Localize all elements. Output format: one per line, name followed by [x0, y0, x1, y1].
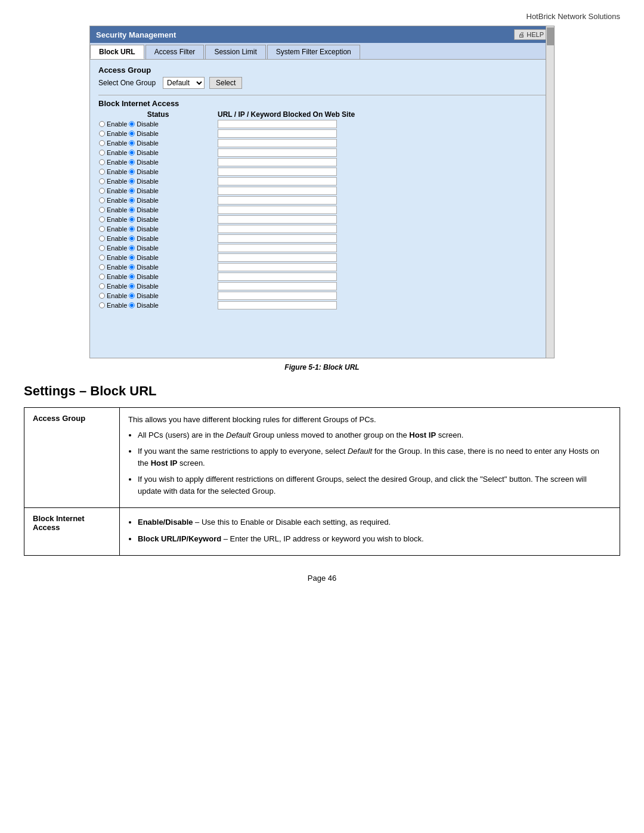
enable-label-18: Enable — [107, 283, 127, 290]
disable-radio-7[interactable] — [129, 178, 135, 184]
disable-radio-3[interactable] — [129, 140, 135, 146]
help-button[interactable]: 🖨 HELP — [514, 29, 548, 40]
enable-label-6: Enable — [107, 168, 127, 175]
select-button[interactable]: Select — [209, 77, 242, 89]
radio-group-4: Enable Disable — [98, 149, 218, 156]
disable-radio-19[interactable] — [129, 293, 135, 299]
disable-label-9: Disable — [137, 197, 159, 204]
enable-radio-10[interactable] — [99, 207, 105, 213]
enable-radio-17[interactable] — [99, 274, 105, 280]
disable-radio-20[interactable] — [129, 302, 135, 308]
url-input-10[interactable] — [218, 206, 337, 214]
enable-radio-15[interactable] — [99, 255, 105, 261]
url-input-6[interactable] — [218, 168, 337, 176]
panel-header: Security Management 🖨 HELP — [90, 26, 554, 43]
url-input-18[interactable] — [218, 282, 337, 290]
radio-group-13: Enable Disable — [98, 235, 218, 242]
radio-group-6: Enable Disable — [98, 168, 218, 175]
enable-radio-9[interactable] — [99, 197, 105, 203]
url-input-20[interactable] — [218, 301, 337, 309]
enable-radio-11[interactable] — [99, 216, 105, 222]
disable-label-19: Disable — [137, 292, 159, 299]
url-input-4[interactable] — [218, 148, 337, 157]
disable-label-20: Disable — [137, 302, 159, 309]
panel-title: Security Management — [96, 30, 176, 39]
url-input-8[interactable] — [218, 187, 337, 195]
enable-radio-19[interactable] — [99, 293, 105, 299]
table-row: Enable Disable — [98, 196, 546, 205]
disable-radio-14[interactable] — [129, 245, 135, 251]
enable-radio-3[interactable] — [99, 140, 105, 146]
disable-radio-16[interactable] — [129, 264, 135, 270]
disable-radio-17[interactable] — [129, 274, 135, 280]
disable-radio-4[interactable] — [129, 150, 135, 156]
disable-radio-12[interactable] — [129, 226, 135, 232]
enable-label-12: Enable — [107, 225, 127, 233]
disable-radio-1[interactable] — [129, 121, 135, 127]
radio-group-16: Enable Disable — [98, 264, 218, 271]
url-input-13[interactable] — [218, 234, 337, 243]
url-input-11[interactable] — [218, 215, 337, 224]
url-input-12[interactable] — [218, 225, 337, 233]
enable-label-2: Enable — [107, 130, 127, 137]
enable-radio-20[interactable] — [99, 302, 105, 308]
disable-radio-8[interactable] — [129, 188, 135, 194]
url-input-1[interactable] — [218, 120, 337, 128]
url-input-9[interactable] — [218, 196, 337, 205]
settings-row-block-internet: Block InternetAccess Enable/Disable – Us… — [24, 508, 620, 556]
tab-block-url[interactable]: Block URL — [90, 45, 144, 59]
radio-group-15: Enable Disable — [98, 254, 218, 261]
radio-group-3: Enable Disable — [98, 140, 218, 147]
disable-label-18: Disable — [137, 283, 159, 290]
access-group-bullet-list: All PCs (users) are in the Default Group… — [138, 429, 611, 497]
enable-radio-8[interactable] — [99, 188, 105, 194]
scrollbar[interactable] — [546, 26, 554, 358]
enable-radio-7[interactable] — [99, 178, 105, 184]
disable-radio-18[interactable] — [129, 283, 135, 289]
settings-table: Access Group This allows you have differ… — [24, 407, 620, 556]
radio-group-8: Enable Disable — [98, 187, 218, 194]
tab-system-filter[interactable]: System Filter Exception — [267, 45, 360, 59]
enable-radio-16[interactable] — [99, 264, 105, 270]
group-dropdown[interactable]: Default Group 1 Group 2 — [163, 77, 205, 89]
url-input-3[interactable] — [218, 139, 337, 147]
enable-radio-5[interactable] — [99, 159, 105, 165]
table-row: Enable Disable — [98, 177, 546, 185]
url-input-17[interactable] — [218, 272, 337, 281]
access-group-description: This allows you have different blocking … — [120, 408, 620, 508]
enable-radio-14[interactable] — [99, 245, 105, 251]
enable-radio-2[interactable] — [99, 131, 105, 137]
enable-radio-18[interactable] — [99, 283, 105, 289]
disable-radio-13[interactable] — [129, 236, 135, 241]
url-input-2[interactable] — [218, 129, 337, 138]
disable-radio-5[interactable] — [129, 159, 135, 165]
url-input-19[interactable] — [218, 292, 337, 300]
disable-radio-2[interactable] — [129, 131, 135, 137]
radio-group-9: Enable Disable — [98, 197, 218, 204]
disable-radio-6[interactable] — [129, 169, 135, 175]
table-row: Enable Disable — [98, 168, 546, 176]
radio-group-19: Enable Disable — [98, 292, 218, 299]
enable-radio-6[interactable] — [99, 169, 105, 175]
disable-radio-15[interactable] — [129, 255, 135, 261]
disable-radio-10[interactable] — [129, 207, 135, 213]
enable-radio-12[interactable] — [99, 226, 105, 232]
scrollbar-thumb[interactable] — [547, 27, 554, 45]
radio-group-11: Enable Disable — [98, 216, 218, 223]
enable-radio-4[interactable] — [99, 150, 105, 156]
bi-header-row: Status URL / IP / Keyword Blocked On Web… — [98, 110, 546, 119]
radio-group-17: Enable Disable — [98, 273, 218, 280]
url-input-14[interactable] — [218, 244, 337, 252]
url-input-15[interactable] — [218, 253, 337, 262]
url-input-5[interactable] — [218, 158, 337, 166]
radio-group-14: Enable Disable — [98, 244, 218, 252]
url-input-16[interactable] — [218, 263, 337, 271]
block-internet-bullet-list: Enable/Disable – Use this to Enable or D… — [138, 516, 611, 544]
tab-access-filter[interactable]: Access Filter — [145, 45, 205, 59]
url-input-7[interactable] — [218, 177, 337, 185]
tab-session-limit[interactable]: Session Limit — [205, 45, 265, 59]
enable-radio-1[interactable] — [99, 121, 105, 127]
disable-radio-9[interactable] — [129, 197, 135, 203]
enable-radio-13[interactable] — [99, 236, 105, 241]
disable-radio-11[interactable] — [129, 216, 135, 222]
